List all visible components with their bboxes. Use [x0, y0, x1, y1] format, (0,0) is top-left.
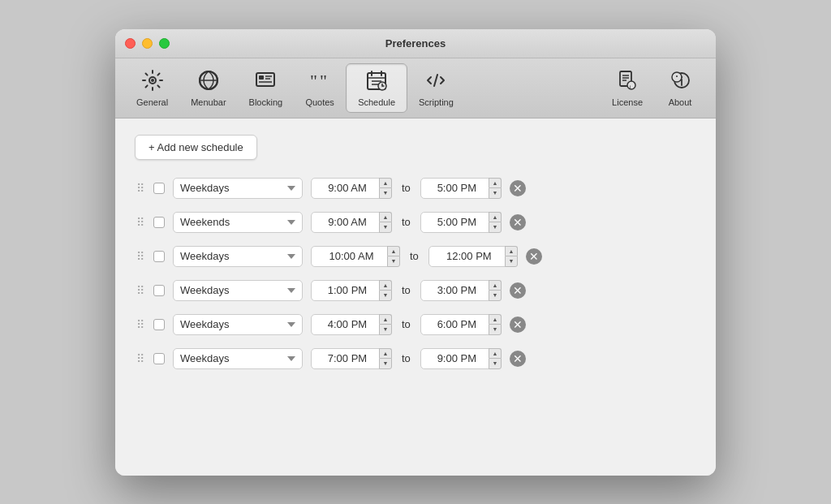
titlebar: Preferences [115, 29, 716, 58]
to-label: to [402, 216, 411, 228]
day-select[interactable]: Every DayWeekdaysWeekendsMondayTuesdayWe… [173, 314, 303, 335]
end-time-input[interactable] [420, 212, 493, 233]
start-time-group: ▲ ▼ [311, 314, 392, 335]
start-time-input[interactable] [311, 246, 392, 267]
close-button[interactable] [125, 38, 136, 49]
start-time-stepper: ▲ ▼ [379, 212, 392, 233]
to-label: to [402, 352, 411, 364]
toolbar-item-menubar[interactable]: Menubar [179, 64, 237, 112]
toolbar-item-general[interactable]: General [125, 64, 179, 112]
add-schedule-button[interactable]: + Add new schedule [135, 135, 257, 160]
end-time-down[interactable]: ▼ [489, 222, 502, 233]
start-time-down[interactable]: ▼ [379, 324, 392, 335]
toolbar-item-quotes[interactable]: " " Quotes [294, 64, 346, 112]
drag-handle[interactable]: ⠿ [135, 182, 145, 195]
start-time-stepper: ▲ ▼ [379, 280, 392, 301]
toolbar-item-schedule[interactable]: Schedule [346, 63, 407, 113]
start-time-up[interactable]: ▲ [379, 212, 392, 222]
end-time-stepper: ▲ ▼ [505, 246, 518, 267]
drag-handle[interactable]: ⠿ [135, 352, 145, 365]
start-time-up[interactable]: ▲ [387, 246, 400, 256]
toolbar: General Menubar [115, 58, 716, 118]
start-time-stepper: ▲ ▼ [379, 178, 392, 199]
start-time-down[interactable]: ▼ [379, 358, 392, 369]
schedule-checkbox[interactable] [153, 251, 165, 262]
end-time-group: ▲ ▼ [420, 280, 502, 301]
end-time-up[interactable]: ▲ [489, 348, 502, 359]
window-title: Preferences [385, 37, 446, 50]
start-time-input[interactable] [311, 212, 384, 233]
schedule-checkbox[interactable] [153, 285, 165, 296]
end-time-up[interactable]: ▲ [489, 314, 502, 325]
schedule-checkbox[interactable] [153, 217, 165, 228]
toolbar-label-general: General [136, 97, 168, 107]
to-label: to [402, 182, 411, 194]
end-time-down[interactable]: ▼ [489, 187, 502, 199]
start-time-input[interactable] [311, 280, 384, 301]
schedule-row: ⠿ Every DayWeekdaysWeekendsMondayTuesday… [135, 278, 696, 303]
start-time-input[interactable] [311, 314, 384, 335]
drag-handle[interactable]: ⠿ [135, 284, 145, 297]
drag-handle[interactable]: ⠿ [135, 318, 145, 331]
maximize-button[interactable] [159, 38, 170, 49]
schedule-checkbox[interactable] [153, 319, 165, 330]
remove-schedule-button[interactable]: ✕ [510, 214, 526, 230]
remove-schedule-button[interactable]: ✕ [510, 180, 526, 196]
end-time-group: ▲ ▼ [420, 314, 502, 335]
end-time-input[interactable] [420, 178, 493, 199]
to-label: to [402, 284, 411, 296]
to-label: to [402, 318, 411, 330]
day-select[interactable]: Every DayWeekdaysWeekendsMondayTuesdayWe… [173, 280, 303, 301]
toolbar-item-blocking[interactable]: Blocking [238, 64, 295, 112]
start-time-down[interactable]: ▼ [379, 222, 392, 233]
start-time-up[interactable]: ▲ [379, 348, 392, 359]
toolbar-label-license: License [612, 97, 643, 107]
schedule-checkbox[interactable] [153, 353, 165, 364]
end-time-group: ▲ ▼ [428, 246, 518, 267]
end-time-input[interactable] [428, 246, 510, 267]
end-time-input[interactable] [420, 348, 493, 369]
end-time-down[interactable]: ▼ [489, 324, 502, 335]
start-time-input[interactable] [311, 348, 384, 369]
toolbar-item-about[interactable]: About [654, 64, 706, 112]
end-time-input[interactable] [420, 280, 493, 301]
start-time-down[interactable]: ▼ [387, 256, 400, 267]
svg-point-1 [151, 79, 154, 82]
day-select[interactable]: Every DayWeekdaysWeekendsMondayTuesdayWe… [173, 212, 303, 233]
svg-text:": " [310, 71, 317, 91]
day-select[interactable]: Every DayWeekdaysWeekendsMondayTuesdayWe… [173, 348, 303, 369]
toolbar-item-scripting[interactable]: Scripting [407, 64, 465, 112]
remove-schedule-button[interactable]: ✕ [510, 282, 526, 299]
start-time-up[interactable]: ▲ [379, 178, 392, 188]
day-select[interactable]: Every DayWeekdaysWeekendsMondayTuesdayWe… [173, 246, 303, 267]
schedule-icon [365, 69, 388, 95]
remove-schedule-button[interactable]: ✕ [510, 317, 526, 333]
end-time-up[interactable]: ▲ [489, 178, 502, 188]
minimize-button[interactable] [142, 38, 153, 49]
end-time-up[interactable]: ▲ [489, 212, 502, 222]
schedule-checkbox[interactable] [153, 183, 165, 194]
end-time-down[interactable]: ▼ [505, 256, 518, 267]
menubar-icon [197, 69, 220, 95]
toolbar-item-license[interactable]: i License [601, 64, 654, 112]
remove-schedule-button[interactable]: ✕ [526, 248, 542, 265]
end-time-input[interactable] [420, 314, 493, 335]
start-time-input[interactable] [311, 178, 384, 199]
end-time-down[interactable]: ▼ [489, 290, 502, 301]
end-time-down[interactable]: ▼ [489, 358, 502, 369]
start-time-down[interactable]: ▼ [379, 187, 392, 199]
drag-handle[interactable]: ⠿ [135, 216, 145, 229]
end-time-up[interactable]: ▲ [489, 280, 502, 291]
drag-handle[interactable]: ⠿ [135, 250, 145, 263]
remove-schedule-button[interactable]: ✕ [510, 351, 526, 367]
to-label: to [410, 250, 419, 262]
start-time-up[interactable]: ▲ [379, 314, 392, 325]
toolbar-label-blocking: Blocking [249, 97, 283, 107]
day-select[interactable]: Every DayWeekdaysWeekendsMondayTuesdayWe… [173, 178, 303, 199]
start-time-up[interactable]: ▲ [379, 280, 392, 291]
end-time-stepper: ▲ ▼ [489, 280, 502, 301]
end-time-up[interactable]: ▲ [505, 246, 518, 256]
toolbar-label-menubar: Menubar [191, 97, 226, 107]
scripting-icon [424, 69, 447, 95]
start-time-down[interactable]: ▼ [379, 290, 392, 301]
